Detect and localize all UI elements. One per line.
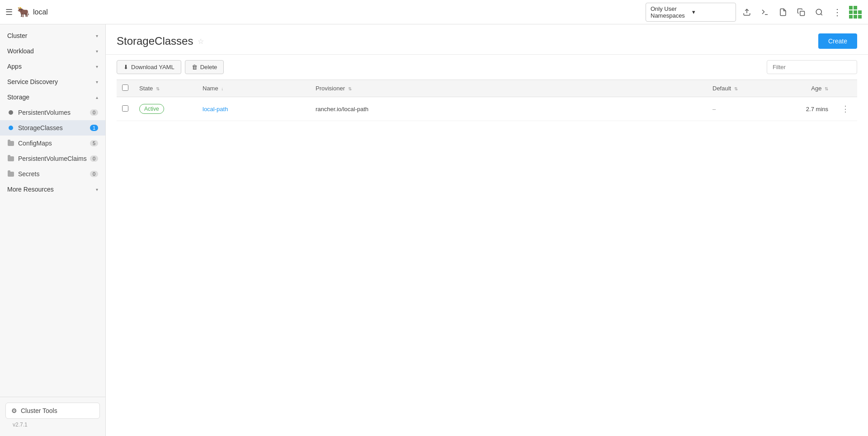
more-options-icon: ⋮ xyxy=(833,7,842,18)
svg-rect-2 xyxy=(800,11,805,15)
brand-name: local xyxy=(33,8,48,16)
sidebar-item-persistent-volumes[interactable]: PersistentVolumes 0 xyxy=(0,105,105,120)
sidebar-item-cluster[interactable]: Cluster ▾ xyxy=(0,28,105,43)
sidebar-item-storage-classes[interactable]: StorageClasses 1 xyxy=(0,120,105,136)
sidebar-nav: Cluster ▾ Workload ▾ Apps ▾ Service Disc… xyxy=(0,24,105,397)
upload-button[interactable] xyxy=(740,5,754,19)
table-header-row: State ⇅ Name ↓ Provisioner ⇅ Default xyxy=(117,80,857,97)
filter-input[interactable] xyxy=(767,60,857,74)
select-all-header[interactable] xyxy=(117,80,134,97)
more-resources-chevron-icon: ▾ xyxy=(96,187,98,192)
provisioner-column-header[interactable]: Provisioner ⇅ xyxy=(310,80,707,97)
more-options-button[interactable]: ⋮ xyxy=(830,5,844,19)
delete-button[interactable]: 🗑 Delete xyxy=(185,60,224,74)
svg-point-6 xyxy=(9,126,13,130)
favorite-star-icon[interactable]: ☆ xyxy=(198,37,204,46)
storage-classes-count: 1 xyxy=(90,125,98,131)
secrets-icon xyxy=(7,170,14,178)
delete-label: Delete xyxy=(200,64,217,70)
config-maps-icon xyxy=(7,140,14,147)
age-label: Age xyxy=(811,85,821,92)
rancher-grid-button[interactable] xyxy=(848,5,863,19)
config-maps-count: 5 xyxy=(90,140,98,146)
row-actions-cell[interactable]: ⋮ xyxy=(834,97,857,121)
gear-icon: ⚙ xyxy=(11,407,17,414)
namespace-selector[interactable]: Only User Namespaces ▾ xyxy=(646,3,736,22)
svg-line-4 xyxy=(821,14,822,15)
copy-icon xyxy=(797,8,805,16)
namespace-selector-value: Only User Namespaces xyxy=(651,5,689,19)
sidebar-item-secrets[interactable]: Secrets 0 xyxy=(0,166,105,182)
brand-icon: 🐂 xyxy=(17,6,29,18)
version-label: v2.7.1 xyxy=(5,419,100,431)
terminal-button[interactable] xyxy=(758,5,772,19)
cluster-label: Cluster xyxy=(7,32,27,39)
search-button[interactable] xyxy=(812,5,826,19)
age-column-header[interactable]: Age ⇅ xyxy=(779,80,834,97)
state-sort-icon: ⇅ xyxy=(156,86,160,91)
secrets-label: Secrets xyxy=(18,170,39,178)
page-title-area: StorageClasses ☆ xyxy=(117,35,204,47)
rancher-grid-icon xyxy=(849,6,862,19)
pvc-count: 0 xyxy=(90,155,98,162)
sidebar-footer: ⚙ Cluster Tools v2.7.1 xyxy=(0,397,105,436)
provisioner-cell: rancher.io/local-path xyxy=(310,97,707,121)
sidebar-item-service-discovery[interactable]: Service Discovery ▾ xyxy=(0,74,105,89)
table-row: Active local-path rancher.io/local-path … xyxy=(117,97,857,121)
file-button[interactable] xyxy=(776,5,790,19)
sidebar-item-workload[interactable]: Workload ▾ xyxy=(0,43,105,59)
table-container: State ⇅ Name ↓ Provisioner ⇅ Default xyxy=(106,80,868,436)
storage-label: Storage xyxy=(7,94,29,101)
more-resources-label: More Resources xyxy=(7,186,54,193)
default-cell: – xyxy=(707,97,779,121)
download-yaml-button[interactable]: ⬇ Download YAML xyxy=(117,60,181,74)
state-label: State xyxy=(139,85,153,92)
sidebar-item-storage[interactable]: Storage ▴ xyxy=(0,89,105,105)
toolbar-left: ⬇ Download YAML 🗑 Delete xyxy=(117,60,224,74)
file-icon xyxy=(779,8,787,16)
name-column-header[interactable]: Name ↓ xyxy=(197,80,310,97)
content-header: StorageClasses ☆ Create xyxy=(106,24,868,55)
row-checkbox-cell[interactable] xyxy=(117,97,134,121)
status-badge: Active xyxy=(139,104,164,114)
storage-chevron-icon: ▴ xyxy=(96,95,98,100)
sidebar-item-apps[interactable]: Apps ▾ xyxy=(0,59,105,74)
select-all-checkbox[interactable] xyxy=(122,84,128,91)
create-button[interactable]: Create xyxy=(818,33,857,49)
top-header: ☰ 🐂 local Only User Namespaces ▾ xyxy=(0,0,868,24)
sidebar-item-pvc[interactable]: PersistentVolumeClaims 0 xyxy=(0,151,105,166)
persistent-volumes-label: PersistentVolumes xyxy=(18,109,71,116)
age-sort-icon: ⇅ xyxy=(825,86,828,91)
cluster-tools-label: Cluster Tools xyxy=(21,407,57,414)
provisioner-label: Provisioner xyxy=(316,85,345,92)
name-label: Name xyxy=(203,85,218,92)
content-area: StorageClasses ☆ Create ⬇ Download YAML … xyxy=(106,24,868,436)
svg-point-5 xyxy=(9,110,13,115)
default-label: Default xyxy=(712,85,731,92)
cluster-tools-button[interactable]: ⚙ Cluster Tools xyxy=(5,403,100,419)
row-actions-button[interactable]: ⋮ xyxy=(839,103,852,115)
cluster-chevron-icon: ▾ xyxy=(96,33,98,38)
header-right: Only User Namespaces ▾ xyxy=(646,3,863,22)
sidebar-item-config-maps[interactable]: ConfigMaps 5 xyxy=(0,136,105,151)
brand-logo[interactable]: 🐂 local xyxy=(17,6,48,18)
main-layout: Cluster ▾ Workload ▾ Apps ▾ Service Disc… xyxy=(0,24,868,436)
copy-button[interactable] xyxy=(794,5,808,19)
apps-label: Apps xyxy=(7,63,22,70)
svg-point-3 xyxy=(816,9,821,14)
hamburger-menu-icon[interactable]: ☰ xyxy=(5,7,13,17)
name-sort-icon: ↓ xyxy=(221,86,223,91)
config-maps-label: ConfigMaps xyxy=(18,140,52,147)
default-column-header[interactable]: Default ⇅ xyxy=(707,80,779,97)
state-column-header[interactable]: State ⇅ xyxy=(134,80,197,97)
age-cell: 2.7 mins xyxy=(779,97,834,121)
apps-chevron-icon: ▾ xyxy=(96,64,98,69)
default-sort-icon: ⇅ xyxy=(734,86,738,91)
service-discovery-chevron-icon: ▾ xyxy=(96,80,98,84)
sidebar-item-more-resources[interactable]: More Resources ▾ xyxy=(0,182,105,197)
name-link[interactable]: local-path xyxy=(203,106,228,113)
persistent-volumes-icon xyxy=(7,109,14,116)
row-checkbox[interactable] xyxy=(122,105,128,112)
trash-icon: 🗑 xyxy=(192,64,198,70)
upload-icon xyxy=(743,8,751,16)
